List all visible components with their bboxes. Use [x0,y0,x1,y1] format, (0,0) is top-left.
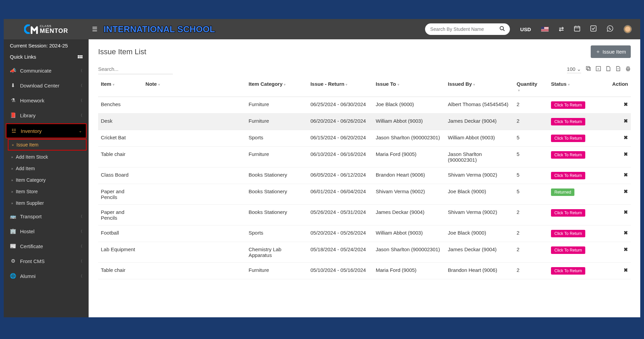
logo-icon [24,24,38,34]
delete-icon[interactable]: ✖ [624,101,628,107]
cell-note [143,114,246,130]
cell-category: Furniture [246,147,308,167]
delete-icon[interactable]: ✖ [624,188,628,194]
task-check-icon[interactable] [590,25,596,33]
whatsapp-icon[interactable] [607,25,613,34]
cell-category: Books Stationery [246,184,308,205]
table-search-input[interactable] [98,64,173,74]
delete-icon[interactable]: ✖ [624,267,628,273]
sidebar-item-library[interactable]: 📕 Library 〈 [4,108,89,123]
cell-issue-to: Shivam Verma (9002) [373,184,445,205]
th-item[interactable]: Item▾ [98,77,143,97]
sidebar-item-download-center[interactable]: ⬇ Download Center 〈 [4,78,89,93]
table-row: FootballSports05/20/2024 - 05/26/2024Wil… [98,225,631,242]
cell-item: Class Board [98,167,143,184]
cell-action: ✖ [603,205,631,225]
cell-issued-by: Brandon Heart (9006) [445,263,514,279]
sidebar-item-front-cms[interactable]: ⚙ Front CMS 〈 [4,254,89,268]
avatar[interactable] [624,25,632,33]
print-icon[interactable] [625,66,631,73]
sidebar-item-alumni[interactable]: 🌐 Alumni 〈 [4,268,89,283]
table-row: Lab EquipmentChemistry Lab Apparatus05/1… [98,242,631,263]
sidebar-item-transport[interactable]: 🚌 Transport 〈 [4,209,89,224]
sidebar-item-inventory[interactable]: ☳ Inventory ⌄ [6,123,87,138]
sidebar-item-certificate[interactable]: 📰 Certificate 〈 [4,239,89,254]
chevron-left-icon: 〈 [79,113,82,118]
globe-icon: 🌐 [10,273,16,279]
th-note[interactable]: Note▾ [143,77,246,97]
book-icon: 📕 [10,112,16,118]
sidebar-item-hostel[interactable]: 🏢 Hostel 〈 [4,224,89,239]
sidebar-item-label: Homework [20,98,44,103]
double-chevron-icon: » [11,167,13,171]
click-to-return-button[interactable]: Click To Return [551,118,585,125]
click-to-return-button[interactable]: Click To Return [551,267,585,275]
cell-date: 06/20/2024 - 06/26/2024 [308,114,373,130]
hamburger-icon[interactable]: ☰ [89,25,101,33]
sidebar-sub-item-category[interactable]: » Item Category [4,174,89,186]
student-search-input[interactable] [430,26,499,32]
newspaper-icon: 📰 [10,243,16,249]
table-row: Cricket BatSports06/15/2024 - 06/20/2024… [98,130,631,147]
sidebar-sub-issue-item[interactable]: » Issue Item [8,139,87,151]
delete-icon[interactable]: ✖ [624,118,628,124]
th-category[interactable]: Item Category▾ [246,77,308,97]
cell-quantity: 5 [514,130,548,147]
copy-icon[interactable] [586,66,591,72]
cell-note [143,242,246,263]
table-row: Table chairFurniture06/10/2024 - 06/16/2… [98,147,631,167]
table-row: Class BoardBooks Stationery06/05/2024 - … [98,167,631,184]
search-icon[interactable] [499,26,505,33]
flag-us-icon[interactable] [541,27,549,32]
cell-status: Click To Return [548,205,603,225]
student-search[interactable] [425,23,510,35]
cell-issue-to: Joe Black (9000) [373,97,445,114]
th-status[interactable]: Status▾ [548,77,603,97]
cell-item: Paper and Pencils [98,184,143,205]
double-chevron-icon: » [11,190,13,194]
sidebar-item-label: Alumni [20,273,36,279]
pdf-icon[interactable] [615,66,621,72]
click-to-return-button[interactable]: Click To Return [551,209,585,217]
click-to-return-button[interactable]: Click To Return [551,135,585,142]
quick-links[interactable]: Quick Links [4,52,89,63]
sidebar-sub-item-store[interactable]: » Item Store [4,186,89,197]
sidebar-item-label: Download Center [20,83,59,88]
th-quantity[interactable]: Quantity▾ [514,77,548,97]
click-to-return-button[interactable]: Click To Return [551,230,585,237]
click-to-return-button[interactable]: Click To Return [551,246,585,254]
delete-icon[interactable]: ✖ [624,135,628,140]
sidebar-item-communicate[interactable]: 📣 Communicate 〈 [4,63,89,78]
click-to-return-button[interactable]: Click To Return [551,101,585,109]
cell-action: ✖ [603,130,631,147]
th-issue-to[interactable]: Issue To▾ [373,77,445,97]
delete-icon[interactable]: ✖ [624,209,628,215]
currency-label[interactable]: USD [520,26,531,32]
logo[interactable]: CLASSMENTOR [4,19,89,39]
th-issue-return[interactable]: Issue - Return▾ [308,77,373,97]
delete-icon[interactable]: ✖ [624,151,628,157]
sidebar-sub-item-supplier[interactable]: » Item Supplier [4,197,89,209]
inventory-icon: ☳ [11,128,17,134]
double-chevron-icon: » [11,201,13,205]
sidebar-item-homework[interactable]: ⚗ Homework 〈 [4,93,89,108]
sidebar-sub-add-item-stock[interactable]: » Add Item Stock [4,151,89,163]
th-issued-by[interactable]: Issued By▾ [445,77,514,97]
click-to-return-button[interactable]: Click To Return [551,172,585,179]
sidebar-item-label: Transport [20,214,42,219]
click-to-return-button[interactable]: Click To Return [551,151,585,159]
issue-item-button[interactable]: ＋ Issue Item [591,45,631,58]
sidebar-sub-label: Add Item [16,166,35,171]
csv-icon[interactable] [606,66,611,72]
excel-icon[interactable]: X [596,66,601,72]
chevron-left-icon: 〈 [79,244,82,249]
cell-category: Furniture [246,263,308,279]
cell-status: Click To Return [548,263,603,279]
page-size-select[interactable]: 100 ⌄ [567,65,581,73]
sidebar-sub-add-item[interactable]: » Add Item [4,163,89,174]
delete-icon[interactable]: ✖ [624,172,628,178]
swap-icon[interactable]: ⇄ [559,25,564,33]
delete-icon[interactable]: ✖ [624,246,628,252]
delete-icon[interactable]: ✖ [624,230,628,236]
calendar-icon[interactable] [574,25,580,33]
